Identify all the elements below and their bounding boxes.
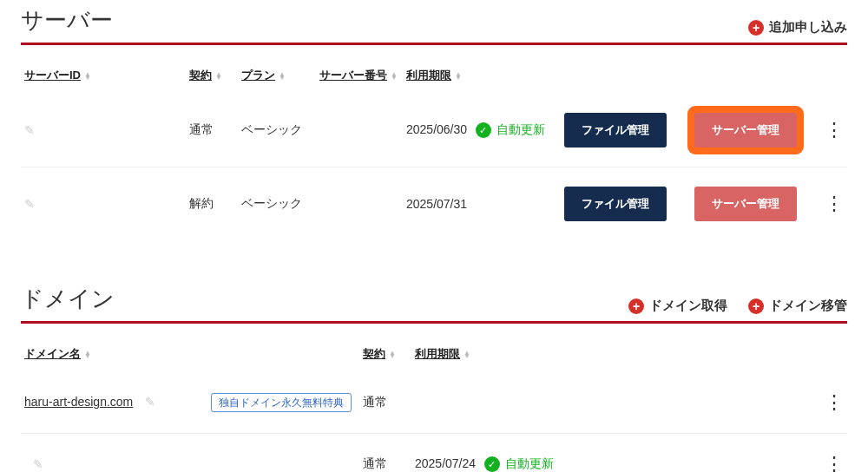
domain-table: ドメイン名▲▼ 契約▲▼ 利用期限▲▼ haru-art-design.com … [21, 339, 847, 472]
more-icon[interactable]: ⋮ [821, 167, 847, 241]
col-plan[interactable]: プラン▲▼ [238, 61, 316, 94]
status-text: 自動更新 [496, 122, 545, 138]
add-server-button[interactable]: + 追加申し込み [748, 19, 847, 36]
col-domain-expiry[interactable]: 利用期限▲▼ [411, 339, 821, 372]
expiry-value: 2025/06/30 [406, 122, 467, 136]
col-number[interactable]: サーバー番号▲▼ [316, 61, 403, 94]
col-domain-name[interactable]: ドメイン名▲▼ [21, 339, 359, 372]
plus-icon: + [628, 298, 644, 314]
number-value [316, 167, 403, 241]
more-icon[interactable]: ⋮ [821, 94, 847, 167]
plan-value: ベーシック [238, 167, 316, 241]
domain-name-link[interactable]: haru-art-design.com [24, 395, 133, 409]
server-section-title: サーバー [21, 5, 113, 36]
add-server-label: 追加申し込み [769, 19, 847, 36]
get-domain-label: ドメイン取得 [649, 298, 727, 314]
expiry-value: 2025/07/31 [406, 197, 467, 211]
contract-value: 通常 [186, 94, 238, 167]
plus-icon: + [748, 298, 764, 314]
server-table: サーバーID▲▼ 契約▲▼ プラン▲▼ サーバー番号▲▼ 利用期限▲▼ [21, 61, 847, 240]
status-text: 自動更新 [505, 456, 554, 472]
domain-expiry-value: 2025/07/24 [415, 456, 476, 470]
server-manage-button[interactable]: サーバー管理 [694, 187, 797, 221]
check-icon: ✓ [484, 456, 500, 472]
number-value [316, 94, 403, 167]
get-domain-button[interactable]: + ドメイン取得 [628, 298, 727, 314]
plan-value: ベーシック [238, 94, 316, 167]
transfer-domain-button[interactable]: + ドメイン移管 [748, 298, 847, 314]
file-manage-button[interactable]: ファイル管理 [564, 113, 667, 148]
edit-icon[interactable]: ✎ [33, 457, 43, 471]
domain-contract-value: 通常 [359, 434, 411, 473]
edit-icon[interactable]: ✎ [24, 197, 35, 211]
free-domain-badge: 独自ドメイン永久無料特典 [211, 393, 352, 412]
file-manage-button[interactable]: ファイル管理 [564, 187, 667, 221]
edit-icon[interactable]: ✎ [145, 395, 155, 409]
col-server-id[interactable]: サーバーID▲▼ [21, 61, 186, 94]
check-icon: ✓ [476, 122, 491, 138]
domain-section-title: ドメイン [21, 284, 115, 314]
more-icon[interactable]: ⋮ [821, 372, 847, 434]
col-contract[interactable]: 契約▲▼ [186, 61, 238, 94]
plus-icon: + [748, 20, 764, 36]
contract-value: 解約 [186, 167, 238, 241]
col-domain-contract[interactable]: 契約▲▼ [359, 339, 411, 372]
col-expiry[interactable]: 利用期限▲▼ [403, 61, 561, 94]
domain-contract-value: 通常 [359, 372, 411, 434]
transfer-domain-label: ドメイン移管 [769, 298, 847, 314]
server-manage-button[interactable]: サーバー管理 [694, 113, 797, 148]
edit-icon[interactable]: ✎ [24, 123, 35, 137]
more-icon[interactable]: ⋮ [821, 434, 847, 473]
